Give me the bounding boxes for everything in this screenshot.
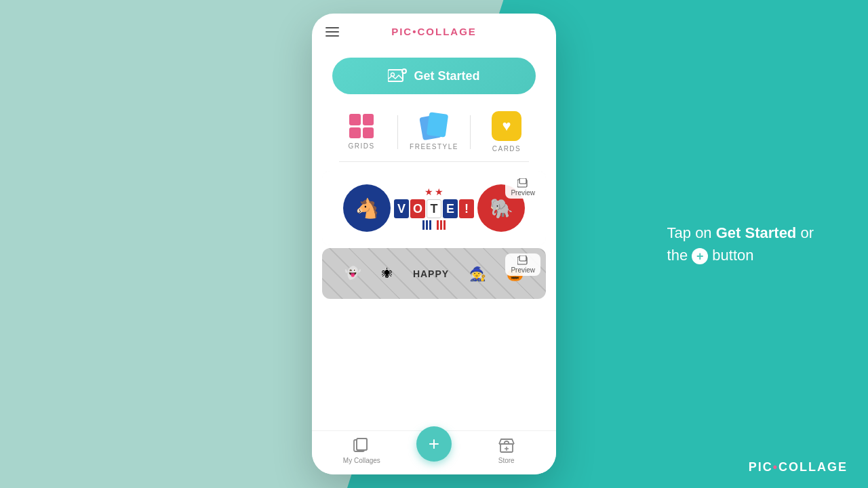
get-started-label: Get Started <box>414 69 479 83</box>
get-started-icon <box>388 68 407 83</box>
bar-5 <box>440 220 442 230</box>
grids-cell-1 <box>349 114 361 125</box>
fab-container: + <box>398 440 471 462</box>
vote-preview-label: Preview <box>511 189 535 197</box>
get-started-button[interactable]: Get Started <box>332 58 536 94</box>
freestyle-card-front <box>427 112 448 138</box>
svg-rect-10 <box>357 439 367 450</box>
my-collages-label: My Collages <box>343 457 380 464</box>
hamburger-line-3 <box>326 35 339 37</box>
bars-left <box>422 220 431 230</box>
instruction-tap: Tap on <box>667 224 716 241</box>
bottom-nav: My Collages + Store <box>312 430 556 474</box>
freestyle-label: FREESTYLE <box>410 143 458 150</box>
vote-letters: V O T E ! <box>394 199 474 218</box>
instruction-button: button <box>708 247 753 264</box>
vote-bars <box>422 220 446 230</box>
content-area: 🐴 ★ ★ V O T E ! <box>312 167 556 430</box>
get-started-section: Get Started <box>312 44 556 104</box>
hamburger-line-1 <box>326 27 339 28</box>
vote-exclaim: ! <box>459 199 474 218</box>
halloween-preview-label: Preview <box>511 266 535 274</box>
star-right: ★ <box>435 186 443 197</box>
vote-e: E <box>443 199 458 218</box>
star-left: ★ <box>425 186 433 197</box>
bar-1 <box>422 220 425 230</box>
hamburger-menu[interactable] <box>326 27 339 37</box>
brand-bottom-right: PIC•COLLAGE <box>749 460 848 474</box>
vote-circle-blue: 🐴 <box>343 184 391 232</box>
instruction-or: or <box>796 224 814 241</box>
vote-v: V <box>394 199 409 218</box>
grids-cell-2 <box>363 114 374 125</box>
svg-rect-8 <box>519 256 526 261</box>
heart-icon: ♥ <box>502 117 511 135</box>
freestyle-icon <box>421 113 447 139</box>
vote-text-area: ★ ★ V O T E ! <box>394 186 474 230</box>
bar-6 <box>443 220 446 230</box>
grids-cell-3 <box>349 127 361 139</box>
vote-t: T <box>427 199 441 218</box>
vote-stars-row: ★ ★ <box>425 186 443 197</box>
my-collages-svg <box>353 438 370 453</box>
grids-icon <box>349 114 374 138</box>
bar-4 <box>437 220 439 230</box>
halloween-preview-button[interactable]: Preview <box>505 253 540 276</box>
spider-emoji: 🕷 <box>382 268 393 280</box>
plus-icon: + <box>692 248 708 264</box>
separator-line <box>339 161 529 162</box>
icon-item-grids[interactable]: GRIDS <box>326 114 397 150</box>
grids-label: GRIDS <box>348 142 374 150</box>
icon-item-freestyle[interactable]: FREESTYLE <box>398 113 470 150</box>
instruction-text: Tap on Get Started or the + button <box>667 222 814 266</box>
brand-text2: COLLAGE <box>778 460 848 474</box>
icons-row: GRIDS FREESTYLE ♥ CARDS <box>312 104 556 156</box>
happy-text: HAPPY <box>413 268 449 279</box>
store-label: Store <box>498 457 515 464</box>
app-title: PIC•COLLAGE <box>391 26 477 37</box>
icon-item-cards[interactable]: ♥ CARDS <box>471 111 542 152</box>
halloween-preview-icon <box>517 256 528 265</box>
my-collages-icon <box>353 436 370 454</box>
vote-collage-card[interactable]: 🐴 ★ ★ V O T E ! <box>322 171 546 245</box>
vote-o: O <box>410 199 425 218</box>
bar-2 <box>426 220 428 230</box>
nav-my-collages[interactable]: My Collages <box>326 436 398 464</box>
hamburger-line-2 <box>326 31 339 33</box>
svg-rect-0 <box>388 70 403 81</box>
witch-emoji: 🧙 <box>469 266 486 282</box>
nav-store[interactable]: Store <box>470 436 542 464</box>
phone-header: PIC•COLLAGE <box>312 14 556 44</box>
donkey-emoji: 🐴 <box>355 197 379 220</box>
brand-text1: PIC <box>749 460 773 474</box>
elephant-emoji: 🐘 <box>490 197 513 220</box>
instruction-the: the <box>667 247 692 264</box>
grids-cell-4 <box>363 127 374 139</box>
brand-dot: • <box>773 460 778 474</box>
bar-3 <box>429 220 431 230</box>
store-svg <box>498 437 515 453</box>
cards-label: CARDS <box>492 145 521 152</box>
cards-icon: ♥ <box>492 111 521 141</box>
bars-right <box>437 220 446 230</box>
svg-rect-6 <box>519 178 526 184</box>
fab-plus-icon: + <box>429 433 439 455</box>
halloween-collage-card[interactable]: 👻 🕷 HAPPY 🧙 🎃 Preview <box>322 248 546 299</box>
preview-icon <box>517 178 528 188</box>
instruction-highlight1: Get Started <box>716 224 797 241</box>
phone-frame: PIC•COLLAGE Get Started G <box>312 14 556 474</box>
ghost-emoji: 👻 <box>344 266 361 282</box>
vote-preview-button[interactable]: Preview <box>505 176 540 199</box>
store-icon <box>498 436 515 454</box>
fab-add-button[interactable]: + <box>416 426 452 462</box>
